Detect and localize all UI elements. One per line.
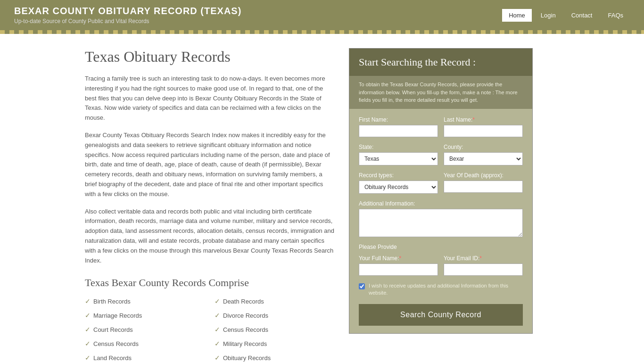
last-name-group: Last Name:* — [444, 116, 523, 137]
check-icon: ✓ — [85, 326, 91, 333]
record-types-group: Record types: Obituary Records Birth Rec… — [359, 172, 438, 194]
search-county-record-button[interactable]: Search County Record — [359, 304, 523, 326]
record-types-label: Record types: — [359, 172, 438, 179]
county-select[interactable]: Bexar Harris Dallas Tarrant Travis — [444, 152, 523, 165]
list-item: ✓ Census Records — [215, 324, 335, 335]
list-item: ✓ Divorce Records — [215, 310, 335, 321]
state-county-row: State: Texas Alabama Alaska Arizona Arka… — [359, 144, 523, 165]
main-nav: Home Login Contact FAQs — [502, 9, 630, 22]
check-icon: ✓ — [85, 340, 91, 347]
year-of-death-group: Year Of Death (approx): — [444, 172, 523, 194]
state-select[interactable]: Texas Alabama Alaska Arizona Arkansas Ca… — [359, 152, 438, 165]
email-required: * — [479, 255, 482, 262]
list-item: ✓ Court Records — [85, 324, 205, 335]
record-type-row: Record types: Obituary Records Birth Rec… — [359, 172, 523, 194]
list-item: ✓ Military Records — [215, 338, 335, 349]
additional-info-label: Additional Information: — [359, 200, 523, 207]
paragraph-3: Also collect veritable data and records … — [85, 207, 335, 266]
first-name-label: First Name: — [359, 116, 438, 123]
check-icon: ✓ — [85, 312, 91, 319]
last-name-required: * — [472, 116, 475, 123]
check-icon: ✓ — [215, 340, 220, 347]
site-header: BEXAR COUNTY OBITUARY RECORD (TEXAS) Up-… — [0, 0, 644, 30]
email-label: Your Email ID:* — [444, 255, 523, 262]
first-name-group: First Name: — [359, 116, 438, 137]
site-subtitle: Up-to-date Source of County Public and V… — [14, 18, 241, 25]
check-icon: ✓ — [215, 354, 220, 362]
form-panel-title: Start Searching the Record : — [359, 56, 523, 68]
list-item: ✓ Land Records — [85, 352, 205, 362]
list-item: ✓ Marriage Records — [85, 310, 205, 321]
form-panel-header: Start Searching the Record : — [349, 49, 532, 76]
full-name-required: * — [399, 255, 402, 262]
list-item: ✓ Birth Records — [85, 296, 205, 307]
name-row: First Name: Last Name:* — [359, 116, 523, 137]
list-item: ✓ Death Records — [215, 296, 335, 307]
site-title: BEXAR COUNTY OBITUARY RECORD (TEXAS) — [14, 6, 241, 16]
paragraph-2: Bexar County Texas Obituary Records Sear… — [85, 131, 335, 199]
state-label: State: — [359, 144, 438, 150]
form-subtext: To obtain the Texas Bexar County Records… — [349, 76, 532, 109]
additional-info-row: Additional Information: — [359, 200, 523, 237]
county-group: County: Bexar Harris Dallas Tarrant Trav… — [444, 144, 523, 165]
check-icon: ✓ — [85, 354, 91, 362]
search-form-panel: Start Searching the Record : To obtain t… — [349, 48, 533, 334]
check-icon: ✓ — [215, 297, 220, 305]
record-label: Census Records — [93, 340, 139, 347]
record-label: Census Records — [223, 326, 268, 333]
last-name-label: Last Name:* — [444, 116, 523, 123]
additional-info-group: Additional Information: — [359, 200, 523, 237]
newsletter-label[interactable]: I wish to receive updates and additional… — [369, 282, 523, 297]
record-label: Military Records — [223, 340, 267, 347]
nav-home[interactable]: Home — [502, 9, 532, 22]
state-group: State: Texas Alabama Alaska Arizona Arka… — [359, 144, 438, 165]
county-label: County: — [444, 144, 523, 150]
please-provide-label: Please Provide — [359, 244, 523, 250]
newsletter-checkbox-row: I wish to receive updates and additional… — [359, 282, 523, 297]
record-type-select[interactable]: Obituary Records Birth Records Death Rec… — [359, 181, 438, 194]
record-label: Marriage Records — [93, 312, 142, 319]
check-icon: ✓ — [215, 326, 220, 333]
header-border-decoration — [0, 30, 644, 34]
record-label: Obituary Records — [223, 354, 271, 362]
main-container: Texas Obituary Records Tracing a family … — [0, 34, 644, 362]
list-item: ✓ Obituary Records — [215, 352, 335, 362]
record-label: Land Records — [93, 354, 132, 362]
form-body: First Name: Last Name:* State: Texas — [349, 109, 532, 334]
records-list: ✓ Birth Records ✓ Death Records ✓ Marria… — [85, 296, 335, 362]
list-item: ✓ Census Records — [85, 338, 205, 349]
check-icon: ✓ — [215, 312, 220, 319]
nav-contact[interactable]: Contact — [565, 9, 599, 22]
nav-faqs[interactable]: FAQs — [601, 9, 630, 22]
full-name-label: Your Full Name:* — [359, 255, 438, 262]
first-name-input[interactable] — [359, 125, 438, 137]
email-group: Your Email ID:* — [444, 255, 523, 276]
last-name-input[interactable] — [444, 125, 523, 137]
content-area: Texas Obituary Records Tracing a family … — [85, 48, 335, 362]
record-label: Court Records — [93, 326, 133, 333]
additional-info-textarea[interactable] — [359, 209, 523, 237]
newsletter-checkbox[interactable] — [359, 283, 365, 289]
record-label: Divorce Records — [223, 312, 268, 319]
year-of-death-input[interactable] — [444, 181, 523, 193]
main-heading: Texas Obituary Records — [85, 48, 335, 66]
record-label: Birth Records — [93, 298, 131, 305]
nav-login[interactable]: Login — [534, 9, 562, 22]
check-icon: ✓ — [85, 297, 91, 305]
contact-row: Your Full Name:* Your Email ID:* — [359, 255, 523, 276]
records-heading: Texas Bexar County Records Comprise — [85, 277, 335, 289]
full-name-group: Your Full Name:* — [359, 255, 438, 276]
header-branding: BEXAR COUNTY OBITUARY RECORD (TEXAS) Up-… — [14, 6, 241, 25]
email-input[interactable] — [444, 263, 523, 276]
paragraph-1: Tracing a family tree is such an interes… — [85, 74, 335, 123]
record-label: Death Records — [223, 298, 264, 305]
year-of-death-label: Year Of Death (approx): — [444, 172, 523, 179]
full-name-input[interactable] — [359, 263, 438, 276]
